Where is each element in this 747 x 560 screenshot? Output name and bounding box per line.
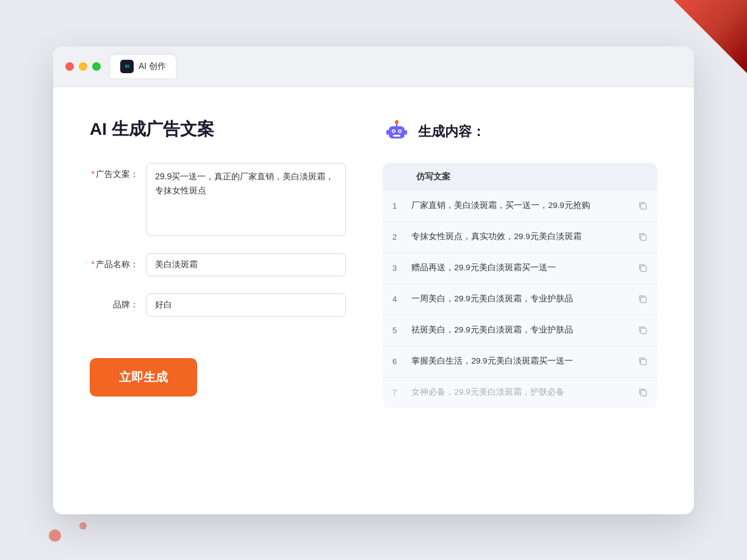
svg-rect-10 xyxy=(641,204,646,209)
product-name-input[interactable] xyxy=(146,253,346,276)
copy-icon[interactable] xyxy=(637,324,649,336)
minimize-button[interactable] xyxy=(79,62,87,71)
copy-icon[interactable] xyxy=(637,231,649,243)
bg-decoration-dot-2 xyxy=(79,522,87,529)
table-row: 4 一周美白，29.9元美白淡斑霜，专业护肤品 xyxy=(383,284,657,315)
tab-label: AI 创作 xyxy=(139,61,166,72)
brand-form-group: 品牌： xyxy=(90,293,346,317)
ai-tab-icon xyxy=(120,60,134,73)
row-copy-cell xyxy=(628,315,657,346)
row-copy-cell xyxy=(628,284,657,315)
row-text: 一周美白，29.9元美白淡斑霜，专业护肤品 xyxy=(406,284,628,315)
left-panel: AI 生成广告文案 *广告文案： *产品名称： 品牌： 立 xyxy=(90,118,346,484)
copy-icon[interactable] xyxy=(637,293,649,305)
row-copy-cell xyxy=(628,253,657,284)
row-text: 祛斑美白，29.9元美白淡斑霜，专业护肤品 xyxy=(406,315,628,346)
close-button[interactable] xyxy=(65,62,74,71)
col-text-header: 仿写文案 xyxy=(406,163,628,191)
product-name-form-group: *产品名称： xyxy=(90,253,346,276)
table-row: 2 专抹女性斑点，真实功效，29.9元美白淡斑霜 xyxy=(383,221,657,253)
robot-icon xyxy=(383,118,411,146)
title-bar: AI 创作 xyxy=(53,46,694,87)
svg-rect-5 xyxy=(393,135,400,137)
svg-rect-16 xyxy=(641,390,646,396)
svg-point-4 xyxy=(399,130,401,132)
row-copy-cell xyxy=(628,346,657,377)
table-row: 5 祛斑美白，29.9元美白淡斑霜，专业护肤品 xyxy=(383,315,657,346)
copy-icon[interactable] xyxy=(637,355,649,367)
row-text: 厂家直销，美白淡斑霜，买一送一，29.9元抢购 xyxy=(406,191,628,222)
results-table: 仿写文案 1 厂家直销，美白淡斑霜，买一送一，29.9元抢购 2 专抹女性斑点， xyxy=(383,163,657,408)
svg-rect-13 xyxy=(641,297,646,303)
row-copy-cell xyxy=(628,221,657,253)
maximize-button[interactable] xyxy=(92,62,101,71)
svg-point-3 xyxy=(393,130,395,132)
table-row: 7 女神必备，29.9元美白淡斑霜，护肤必备 xyxy=(383,377,657,408)
browser-tab[interactable]: AI 创作 xyxy=(110,55,176,78)
ad-copy-form-group: *广告文案： xyxy=(90,163,346,236)
table-row: 1 厂家直销，美白淡斑霜，买一送一，29.9元抢购 xyxy=(383,191,657,222)
generate-button[interactable]: 立即生成 xyxy=(90,358,197,397)
ad-copy-input[interactable] xyxy=(146,163,346,236)
product-name-label: *产品名称： xyxy=(90,253,139,270)
row-number: 4 xyxy=(383,284,406,315)
required-star-1: * xyxy=(92,169,95,179)
right-panel-title: 生成内容： xyxy=(418,123,485,141)
browser-window: AI 创作 AI 生成广告文案 *广告文案： *产品名称： xyxy=(53,46,694,514)
required-star-2: * xyxy=(92,259,95,269)
col-num-header xyxy=(383,163,406,191)
brand-input[interactable] xyxy=(146,293,346,317)
brand-label: 品牌： xyxy=(90,293,139,311)
row-number: 2 xyxy=(383,221,406,253)
svg-rect-11 xyxy=(641,235,646,240)
row-text: 掌握美白生活，29.9元美白淡斑霜买一送一 xyxy=(406,346,628,377)
page-title: AI 生成广告文案 xyxy=(90,118,346,141)
table-row: 3 赠品再送，29.9元美白淡斑霜买一送一 xyxy=(383,253,657,284)
row-copy-cell xyxy=(628,191,657,222)
right-header: 生成内容： xyxy=(383,118,657,146)
row-text: 女神必备，29.9元美白淡斑霜，护肤必备 xyxy=(406,377,628,408)
svg-rect-8 xyxy=(386,130,389,135)
row-number: 3 xyxy=(383,253,406,284)
row-number: 1 xyxy=(383,191,406,222)
copy-icon[interactable] xyxy=(637,262,649,274)
copy-icon[interactable] xyxy=(637,199,649,212)
ad-copy-label: *广告文案： xyxy=(90,163,139,180)
content-area: AI 生成广告文案 *广告文案： *产品名称： 品牌： 立 xyxy=(53,87,694,514)
row-number: 7 xyxy=(383,377,406,408)
svg-rect-9 xyxy=(405,130,407,135)
svg-point-7 xyxy=(395,120,399,124)
bg-decoration-dot-1 xyxy=(49,529,61,542)
row-text: 专抹女性斑点，真实功效，29.9元美白淡斑霜 xyxy=(406,221,628,253)
col-copy-header xyxy=(628,163,657,191)
row-copy-cell xyxy=(628,377,657,408)
svg-rect-12 xyxy=(641,266,646,271)
traffic-lights xyxy=(65,62,101,71)
table-row: 6 掌握美白生活，29.9元美白淡斑霜买一送一 xyxy=(383,346,657,377)
row-text: 赠品再送，29.9元美白淡斑霜买一送一 xyxy=(406,253,628,284)
row-number: 6 xyxy=(383,346,406,377)
row-number: 5 xyxy=(383,315,406,346)
right-panel: 生成内容： 仿写文案 1 厂家直销，美白淡斑霜，买一送一，29.9元抢购 xyxy=(383,118,657,484)
copy-icon[interactable] xyxy=(637,386,649,398)
svg-rect-14 xyxy=(641,328,646,334)
svg-rect-15 xyxy=(641,359,646,365)
